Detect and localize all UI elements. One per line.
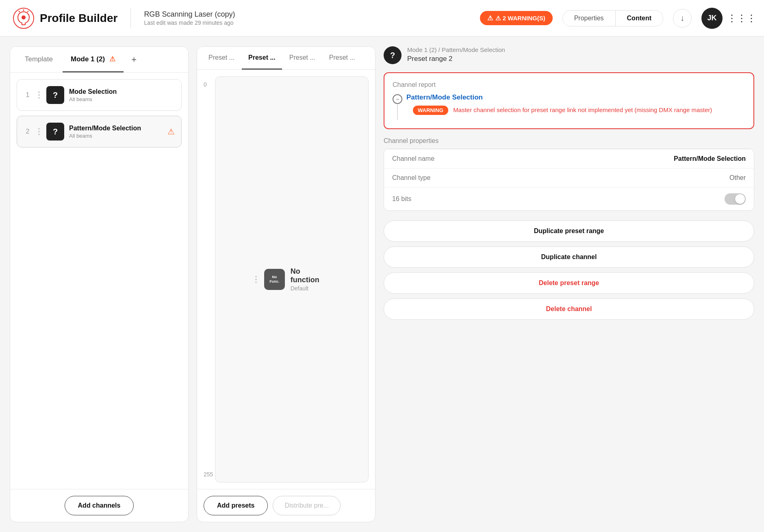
channel-type-row: Channel type Other: [384, 168, 754, 187]
add-presets-button[interactable]: Add presets: [204, 496, 268, 515]
channel-report-title: Channel report: [393, 81, 745, 89]
warning-message: Master channel selection for preset rang…: [453, 106, 712, 113]
duplicate-channel-button[interactable]: Duplicate channel: [384, 247, 754, 268]
preset-label-0: 0: [204, 81, 207, 88]
no-func-label: No function: [291, 267, 330, 284]
channel-info: Mode Selection All beams: [69, 88, 175, 102]
no-func-text: No function Default: [291, 267, 330, 292]
download-button[interactable]: ↓: [673, 9, 692, 28]
avatar[interactable]: JK: [701, 8, 723, 29]
no-func-icon: No Func.: [264, 269, 285, 290]
logo-icon: [13, 8, 34, 29]
add-mode-button[interactable]: +: [127, 52, 141, 67]
download-icon: ↓: [680, 13, 684, 23]
add-channels-button[interactable]: Add channels: [65, 496, 134, 515]
report-item: − Pattern/Mode Selection WARNING Master …: [393, 93, 745, 120]
logo: Profile Builder: [13, 8, 117, 29]
preset-item[interactable]: No Func. No function Default: [254, 267, 330, 292]
no-func-sublabel: Default: [291, 285, 330, 292]
grid-icon: ⋮⋮⋮: [727, 13, 756, 24]
right-panel: ? Mode 1 (2) / Pattern/Mode Selection Pr…: [384, 46, 754, 522]
channel-name-row: Channel name Pattern/Mode Selection: [384, 149, 754, 168]
preset-drag-handle[interactable]: [254, 276, 258, 283]
left-panel-footer: Add channels: [10, 489, 188, 522]
channel-properties-section: Channel properties Channel name Pattern/…: [384, 137, 754, 217]
channel-name: Mode Selection: [69, 88, 175, 95]
mode-warning-icon: ⚠: [109, 55, 115, 63]
help-icon: ?: [384, 46, 402, 64]
preset-label-255: 255: [204, 471, 213, 478]
grid-button[interactable]: ⋮⋮⋮: [732, 9, 751, 28]
delete-preset-range-button[interactable]: Delete preset range: [384, 272, 754, 294]
preset-range-title: Preset range 2: [407, 55, 505, 63]
warning-count: ⚠ 2 WARNING(S): [495, 15, 545, 22]
preset-tab-1[interactable]: Preset ...: [202, 47, 241, 69]
channel-name: Pattern/Mode Selection: [69, 125, 163, 132]
document-title: RGB Scanning Laser (copy): [144, 10, 235, 19]
channel-icon: ?: [46, 123, 64, 141]
channel-name-value: Pattern/Mode Selection: [674, 155, 746, 162]
report-warning: WARNING Master channel selection for pre…: [406, 106, 745, 115]
preset-tab-4[interactable]: Preset ...: [323, 47, 362, 69]
nav-tabs: Properties Content: [562, 10, 663, 26]
duplicate-preset-range-button[interactable]: Duplicate preset range: [384, 221, 754, 242]
preset-tab-bar: Preset ... Preset ... Preset ... Preset …: [197, 47, 375, 70]
document-info: RGB Scanning Laser (copy) Last edit was …: [144, 10, 235, 26]
action-buttons: Duplicate preset range Duplicate channel…: [384, 221, 754, 320]
channel-sub: All beams: [69, 133, 163, 139]
channel-name-label: Channel name: [392, 155, 674, 162]
bits-label: 16 bits: [392, 195, 725, 203]
main-content: Template Mode 1 (2) ⚠ + 1 ? Mode Selecti…: [0, 37, 764, 532]
channel-icon: ?: [46, 86, 64, 104]
channel-number: 2: [24, 128, 32, 135]
collapse-icon[interactable]: −: [393, 94, 402, 104]
bits-row: 16 bits: [384, 187, 754, 210]
middle-panel-footer: Add presets Distribute pre...: [197, 489, 375, 522]
preset-tab-2[interactable]: Preset ...: [242, 47, 282, 69]
channel-props-title: Channel properties: [384, 137, 754, 145]
mode1-tab[interactable]: Mode 1 (2) ⚠: [63, 47, 124, 72]
delete-channel-button[interactable]: Delete channel: [384, 298, 754, 320]
report-channel-name: Pattern/Mode Selection: [406, 93, 745, 102]
middle-panel: Preset ... Preset ... Preset ... Preset …: [197, 46, 375, 522]
channel-item[interactable]: 1 ? Mode Selection All beams: [17, 79, 182, 111]
channel-list: 1 ? Mode Selection All beams 2: [10, 73, 188, 489]
drag-handle[interactable]: [37, 128, 41, 135]
left-panel: Template Mode 1 (2) ⚠ + 1 ? Mode Selecti…: [10, 46, 189, 522]
channel-warning-icon: ⚠: [167, 127, 175, 136]
drag-handle[interactable]: [37, 91, 41, 99]
channel-item[interactable]: 2 ? Pattern/Mode Selection All beams ⚠: [17, 116, 182, 147]
distribute-button: Distribute pre...: [273, 496, 340, 515]
app-title: Profile Builder: [40, 12, 117, 25]
channel-type-label: Channel type: [392, 174, 729, 182]
preset-area: No Func. No function Default: [215, 76, 369, 482]
template-tab[interactable]: Template: [17, 47, 61, 72]
breadcrumb: Mode 1 (2) / Pattern/Mode Selection: [407, 46, 505, 53]
channel-type-value: Other: [729, 174, 746, 182]
warning-pill: WARNING: [413, 106, 448, 115]
mode-tab-bar: Template Mode 1 (2) ⚠ +: [10, 47, 188, 73]
channel-sub: All beams: [69, 96, 175, 102]
channel-report: Channel report − Pattern/Mode Selection …: [384, 72, 754, 129]
channel-props-card: Channel name Pattern/Mode Selection Chan…: [384, 149, 754, 211]
header: Profile Builder RGB Scanning Laser (copy…: [0, 0, 764, 37]
warning-badge[interactable]: ⚠ ⚠ 2 WARNING(S): [480, 11, 552, 25]
header-divider: [130, 8, 131, 28]
properties-tab[interactable]: Properties: [563, 11, 615, 26]
content-tab[interactable]: Content: [616, 11, 663, 26]
channel-info: Pattern/Mode Selection All beams: [69, 125, 163, 139]
bits-toggle[interactable]: [725, 193, 746, 205]
last-edit: Last edit was made 29 minutes ago: [144, 19, 235, 26]
preset-tab-3[interactable]: Preset ...: [283, 47, 322, 69]
toggle-knob: [735, 194, 745, 204]
warning-icon: ⚠: [487, 14, 493, 22]
right-header: ? Mode 1 (2) / Pattern/Mode Selection Pr…: [384, 46, 754, 72]
svg-point-1: [22, 15, 26, 19]
channel-number: 1: [24, 91, 32, 99]
